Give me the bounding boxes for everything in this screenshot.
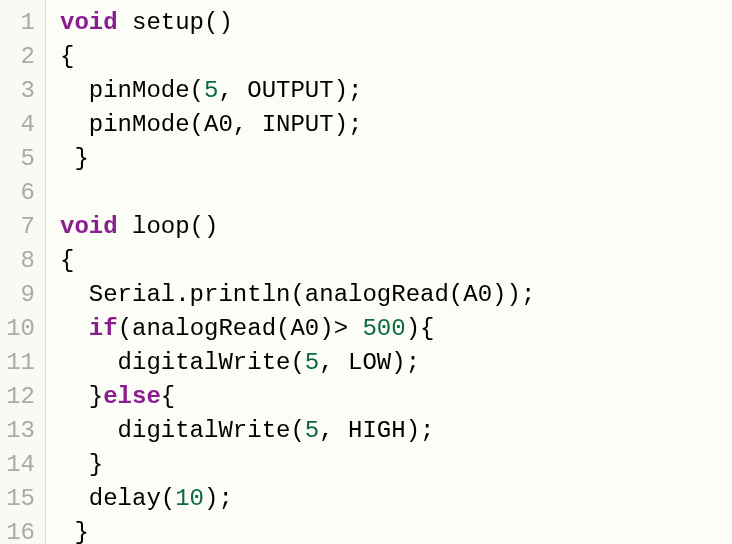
- code-line: [60, 176, 732, 210]
- token-num: 5: [204, 77, 218, 104]
- token-plain: , OUTPUT);: [218, 77, 362, 104]
- token-num: 5: [305, 417, 319, 444]
- code-line: pinMode(5, OUTPUT);: [60, 74, 732, 108]
- code-line: {: [60, 244, 732, 278]
- token-plain: pinMode(A0, INPUT);: [60, 111, 362, 138]
- token-plain: loop(): [118, 213, 219, 240]
- token-plain: {: [60, 247, 74, 274]
- token-plain: [60, 315, 89, 342]
- code-line: }: [60, 142, 732, 176]
- code-line: }else{: [60, 380, 732, 414]
- token-plain: }: [60, 519, 89, 544]
- code-line: void setup(): [60, 6, 732, 40]
- code-line: Serial.println(analogRead(A0));: [60, 278, 732, 312]
- code-line: {: [60, 40, 732, 74]
- code-area: void setup(){ pinMode(5, OUTPUT); pinMod…: [46, 0, 732, 544]
- line-number: 4: [6, 108, 35, 142]
- line-number: 13: [6, 414, 35, 448]
- token-num: 5: [305, 349, 319, 376]
- line-number: 9: [6, 278, 35, 312]
- code-line: digitalWrite(5, LOW);: [60, 346, 732, 380]
- token-plain: setup(): [118, 9, 233, 36]
- token-num: 10: [175, 485, 204, 512]
- token-plain: Serial.println(analogRead(A0));: [60, 281, 535, 308]
- token-plain: }: [60, 145, 89, 172]
- line-number: 1: [6, 6, 35, 40]
- token-plain: ){: [406, 315, 435, 342]
- token-plain: );: [204, 485, 233, 512]
- line-number: 6: [6, 176, 35, 210]
- code-line: if(analogRead(A0)> 500){: [60, 312, 732, 346]
- code-editor: 12345678910111213141516 void setup(){ pi…: [0, 0, 732, 544]
- line-number: 11: [6, 346, 35, 380]
- token-plain: digitalWrite(: [60, 349, 305, 376]
- line-number: 8: [6, 244, 35, 278]
- line-number: 14: [6, 448, 35, 482]
- token-plain: , LOW);: [319, 349, 420, 376]
- token-plain: (analogRead(A0)>: [118, 315, 363, 342]
- token-plain: pinMode(: [60, 77, 204, 104]
- line-number: 2: [6, 40, 35, 74]
- code-line: delay(10);: [60, 482, 732, 516]
- token-plain: digitalWrite(: [60, 417, 305, 444]
- code-line: }: [60, 516, 732, 544]
- line-number: 7: [6, 210, 35, 244]
- token-kw: void: [60, 213, 118, 240]
- token-plain: delay(: [60, 485, 175, 512]
- code-line: }: [60, 448, 732, 482]
- line-number-gutter: 12345678910111213141516: [0, 0, 46, 544]
- token-plain: }: [60, 451, 103, 478]
- token-plain: , HIGH);: [319, 417, 434, 444]
- line-number: 15: [6, 482, 35, 516]
- token-plain: {: [161, 383, 175, 410]
- line-number: 3: [6, 74, 35, 108]
- line-number: 5: [6, 142, 35, 176]
- line-number: 12: [6, 380, 35, 414]
- code-line: digitalWrite(5, HIGH);: [60, 414, 732, 448]
- token-kw: void: [60, 9, 118, 36]
- token-kw: else: [103, 383, 161, 410]
- code-line: void loop(): [60, 210, 732, 244]
- token-plain: }: [60, 383, 103, 410]
- line-number: 16: [6, 516, 35, 544]
- code-line: pinMode(A0, INPUT);: [60, 108, 732, 142]
- token-num: 500: [362, 315, 405, 342]
- line-number: 10: [6, 312, 35, 346]
- token-kw: if: [89, 315, 118, 342]
- token-plain: {: [60, 43, 74, 70]
